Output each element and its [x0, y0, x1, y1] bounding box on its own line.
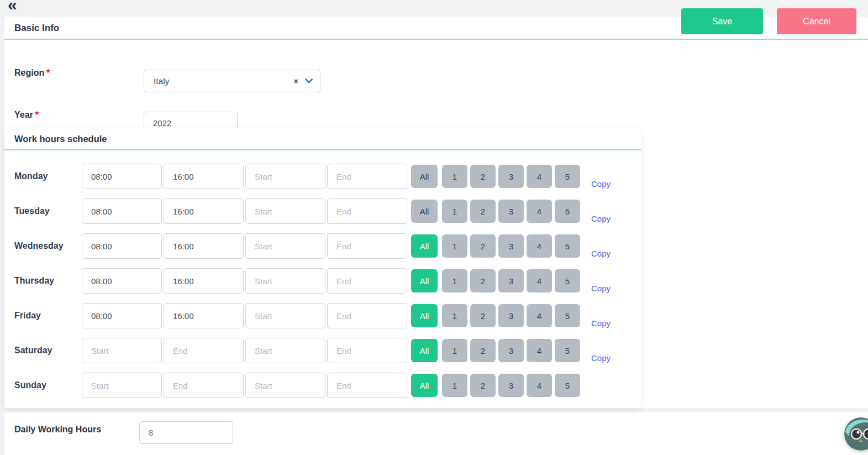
shift1-end-input[interactable] — [164, 268, 244, 294]
cancel-button[interactable]: Cancel — [777, 8, 856, 34]
clear-selection-icon[interactable]: × — [293, 76, 298, 86]
shift1-end-input[interactable] — [164, 303, 244, 328]
schedule-row: Thursday All 12345Copy — [4, 268, 641, 294]
all-toggle-button[interactable]: All — [411, 269, 438, 292]
schedule-row: Monday All 12345Copy — [4, 164, 641, 189]
week-number-button[interactable]: 5 — [555, 269, 580, 292]
week-number-button[interactable]: 3 — [498, 165, 524, 188]
week-number-button[interactable]: 3 — [498, 200, 524, 223]
week-number-button[interactable]: 1 — [442, 165, 467, 188]
copy-link[interactable]: Copy — [591, 214, 611, 223]
week-number-button[interactable]: 5 — [555, 234, 580, 258]
shift1-start-input[interactable] — [82, 338, 162, 363]
daily-working-hours-label: Daily Working Hours — [14, 425, 101, 435]
week-number-button[interactable]: 2 — [470, 165, 496, 188]
schedule-row: Sunday All 12345 — [4, 373, 641, 398]
shift2-start-input[interactable] — [245, 373, 325, 398]
shift1-start-input[interactable] — [82, 268, 162, 294]
week-number-button[interactable]: 1 — [442, 269, 467, 292]
all-toggle-button[interactable]: All — [411, 200, 438, 223]
day-label: Sunday — [14, 373, 46, 398]
shift1-start-input[interactable] — [82, 164, 162, 189]
shift2-start-input[interactable] — [245, 338, 325, 363]
week-number-button[interactable]: 3 — [498, 374, 524, 397]
shift2-end-input[interactable] — [327, 198, 407, 224]
shift1-end-input[interactable] — [164, 338, 244, 363]
shift1-end-input[interactable] — [164, 373, 244, 398]
collapse-sidebar-icon[interactable]: « — [8, 0, 16, 13]
work-hours-header: Work hours schedule — [4, 128, 641, 150]
all-toggle-button[interactable]: All — [411, 234, 438, 258]
week-number-button[interactable]: 4 — [527, 339, 552, 362]
shift2-start-input[interactable] — [245, 268, 325, 294]
year-label: Year★ — [14, 110, 40, 120]
week-number-button[interactable]: 2 — [470, 339, 496, 362]
copy-link[interactable]: Copy — [591, 318, 611, 328]
shift2-end-input[interactable] — [327, 338, 407, 363]
week-number-button[interactable]: 4 — [527, 200, 552, 223]
daily-working-hours-input[interactable] — [139, 421, 233, 444]
shift1-start-input[interactable] — [82, 233, 162, 259]
copy-link[interactable]: Copy — [591, 353, 611, 363]
all-toggle-button[interactable]: All — [411, 374, 438, 397]
shift1-start-input[interactable] — [82, 198, 162, 224]
region-label: Region★ — [14, 68, 51, 78]
week-number-button[interactable]: 3 — [498, 304, 524, 327]
week-number-button[interactable]: 1 — [442, 234, 467, 258]
week-number-button[interactable]: 5 — [555, 304, 580, 327]
week-number-button[interactable]: 2 — [470, 200, 496, 223]
week-number-button[interactable]: 2 — [470, 234, 496, 258]
copy-link[interactable]: Copy — [591, 179, 611, 189]
all-toggle-button[interactable]: All — [411, 304, 438, 327]
shift2-start-input[interactable] — [245, 233, 325, 259]
schedule-row: Tuesday All 12345Copy — [4, 198, 641, 224]
shift2-start-input[interactable] — [245, 303, 325, 328]
week-number-button[interactable]: 4 — [527, 165, 552, 188]
copy-link[interactable]: Copy — [591, 284, 611, 293]
week-number-button[interactable]: 1 — [442, 374, 467, 397]
shift2-end-input[interactable] — [327, 164, 407, 189]
day-label: Monday — [14, 164, 48, 189]
week-number-button[interactable]: 3 — [498, 234, 524, 258]
schedule-row: Wednesday All 12345Copy — [4, 233, 641, 259]
shift2-end-input[interactable] — [327, 373, 407, 398]
work-hours-card: Work hours schedule Monday All 12345Copy… — [4, 128, 641, 408]
shift1-end-input[interactable] — [164, 164, 244, 189]
schedule-row: Friday All 12345Copy — [4, 303, 641, 328]
week-number-button[interactable]: 1 — [442, 200, 467, 223]
day-label: Tuesday — [14, 198, 50, 224]
day-label: Friday — [14, 303, 41, 328]
week-number-button[interactable]: 1 — [442, 339, 467, 362]
region-select[interactable]: Italy × — [144, 70, 320, 92]
shift2-end-input[interactable] — [327, 303, 407, 328]
week-number-button[interactable]: 2 — [470, 269, 496, 292]
all-toggle-button[interactable]: All — [411, 339, 438, 362]
shift1-start-input[interactable] — [82, 373, 162, 398]
save-button[interactable]: Save — [681, 8, 763, 34]
week-number-button[interactable]: 2 — [470, 304, 496, 327]
week-number-button[interactable]: 4 — [527, 374, 552, 397]
shift2-start-input[interactable] — [245, 198, 325, 224]
week-number-button[interactable]: 3 — [498, 339, 524, 362]
week-number-button[interactable]: 5 — [555, 339, 580, 362]
day-label: Thursday — [14, 268, 54, 294]
week-number-button[interactable]: 4 — [527, 304, 552, 327]
week-number-button[interactable]: 5 — [555, 165, 580, 188]
all-toggle-button[interactable]: All — [411, 165, 438, 188]
week-number-button[interactable]: 5 — [555, 374, 580, 397]
shift2-end-input[interactable] — [327, 268, 407, 294]
copy-link[interactable]: Copy — [591, 249, 611, 258]
week-number-button[interactable]: 4 — [527, 234, 552, 258]
shift1-end-input[interactable] — [164, 233, 244, 259]
shift2-end-input[interactable] — [327, 233, 407, 259]
week-number-button[interactable]: 1 — [442, 304, 467, 327]
schedule-row: Saturday All 12345Copy — [4, 338, 641, 363]
shift1-end-input[interactable] — [164, 198, 244, 224]
week-number-button[interactable]: 2 — [470, 374, 496, 397]
shift1-start-input[interactable] — [82, 303, 162, 328]
week-number-button[interactable]: 4 — [527, 269, 552, 292]
shift2-start-input[interactable] — [245, 164, 325, 189]
chevron-down-icon[interactable] — [305, 79, 313, 83]
week-number-button[interactable]: 3 — [498, 269, 524, 292]
week-number-button[interactable]: 5 — [555, 200, 580, 223]
